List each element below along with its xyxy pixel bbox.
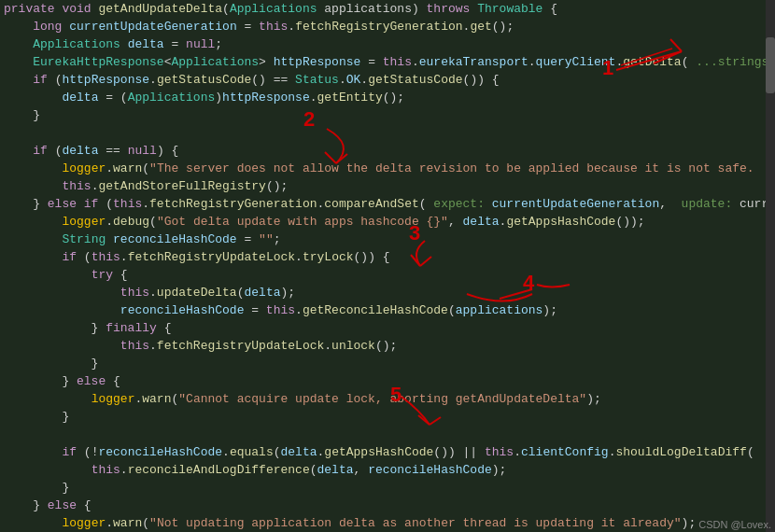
code-line-5: if (httpResponse.getStatusCode() == Stat…: [0, 71, 775, 89]
code-line-30: logger.warn("Not updating application de…: [0, 514, 775, 532]
code-line-2: long currentUpdateGeneration = this.fetc…: [0, 18, 775, 35]
code-line-4: EurekaHttpResponse<Applications> httpRes…: [0, 53, 775, 71]
code-line-16: try {: [0, 266, 775, 284]
code-line-21: }: [0, 355, 775, 372]
code-container: private void getAndUpdateDelta(Applicati…: [0, 0, 775, 532]
code-line-3: Applications delta = null;: [0, 35, 775, 53]
scrollbar-thumb[interactable]: [766, 37, 775, 93]
code-line-9: if (delta == null) {: [0, 142, 775, 160]
code-area: private void getAndUpdateDelta(Applicati…: [0, 0, 775, 532]
code-line-22: } else {: [0, 372, 775, 390]
code-line-24: }: [0, 408, 775, 426]
code-line-15: if (this.fetchRegistryUpdateLock.tryLock…: [0, 248, 775, 266]
code-line-25: [0, 426, 775, 443]
code-line-17: this.updateDelta(delta);: [0, 284, 775, 301]
code-line-14: String reconcileHashCode = "";: [0, 231, 775, 248]
code-line-13: logger.debug("Got delta update with apps…: [0, 213, 775, 231]
code-line-10: logger.warn("The server does not allow t…: [0, 160, 775, 177]
code-line-27: this.reconcileAndLogDifference(delta, re…: [0, 461, 775, 479]
scrollbar[interactable]: [766, 0, 775, 532]
code-line-12: } else if (this.fetchRegistryGeneration.…: [0, 195, 775, 213]
code-line-6: delta = (Applications)httpResponse.getEn…: [0, 89, 775, 106]
code-line-1: private void getAndUpdateDelta(Applicati…: [0, 0, 775, 18]
code-line-18: reconcileHashCode = this.getReconcileHas…: [0, 301, 775, 319]
code-line-20: this.fetchRegistryUpdateLock.unlock();: [0, 337, 775, 355]
code-line-29: } else {: [0, 497, 775, 514]
code-line-26: if (!reconcileHashCode.equals(delta.getA…: [0, 443, 775, 461]
code-line-19: } finally {: [0, 319, 775, 337]
code-line-23: logger.warn("Cannot acquire update lock,…: [0, 390, 775, 408]
code-line-8: [0, 124, 775, 142]
code-line-7: }: [0, 106, 775, 124]
watermark: CSDN @Lovex.: [698, 519, 771, 530]
code-line-28: }: [0, 479, 775, 497]
code-line-11: this.getAndStoreFullRegistry();: [0, 177, 775, 195]
